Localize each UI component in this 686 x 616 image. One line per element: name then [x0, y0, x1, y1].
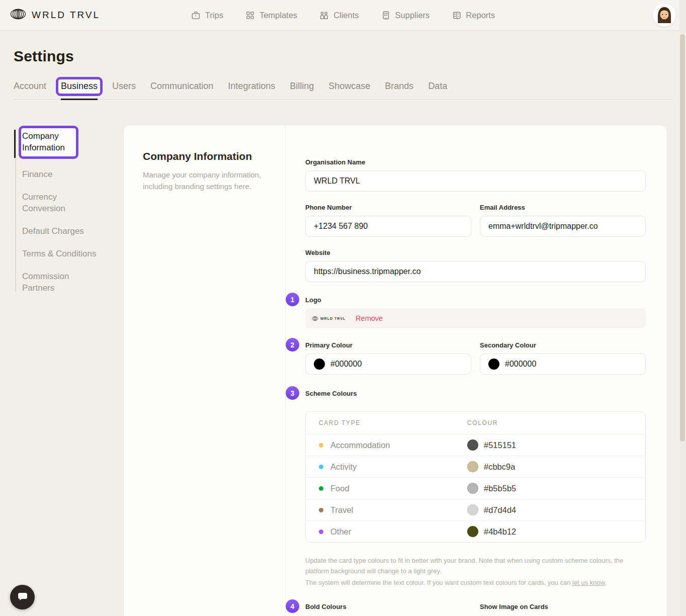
- email-address-input[interactable]: emma+wrldtrvl@tripmapper.co: [480, 216, 646, 237]
- field-logo: 1 Logo WRLD TRVL Remove: [305, 296, 646, 328]
- tab-integrations[interactable]: Integrations: [228, 78, 275, 99]
- card-type-cell: Other: [319, 527, 467, 537]
- colour-hex-value: #d7d4d4: [484, 505, 516, 515]
- annotation-badge-4: 4: [286, 599, 299, 613]
- colour-swatch[interactable]: [467, 483, 478, 494]
- primary-colour-value: #000000: [330, 360, 362, 369]
- sidebar-item-terms-conditions[interactable]: Terms & Conditions: [22, 248, 108, 260]
- tab-data[interactable]: Data: [428, 78, 447, 99]
- nav-label: Clients: [333, 11, 359, 20]
- company-information-card: Company Information Manage your company …: [123, 125, 667, 616]
- phone-number-label: Phone Number: [305, 204, 471, 211]
- website-label: Website: [305, 249, 646, 256]
- logo-preview-image: WRLD TRVL: [312, 316, 346, 321]
- tab-brands[interactable]: Brands: [385, 78, 413, 99]
- phone-number-input[interactable]: +1234 567 890: [305, 216, 471, 237]
- scheme-colours-label: Scheme Colours: [305, 390, 646, 397]
- organisation-name-input[interactable]: WRLD TRVL: [305, 170, 646, 192]
- field-secondary-colour: Secondary Colour #000000: [480, 341, 646, 375]
- tab-users[interactable]: Users: [112, 78, 136, 99]
- food-dot-icon: [319, 486, 323, 491]
- card-type-cell: Food: [319, 484, 467, 493]
- sidebar-item-commission-partners[interactable]: Commission Partners: [22, 271, 82, 294]
- colour-column-header: COLOUR: [467, 419, 632, 426]
- annotation-badge-2: 2: [286, 338, 299, 351]
- secondary-colour-swatch[interactable]: [488, 359, 499, 370]
- brand-colours-row: 2 Primary Colour #000000 Secondary Colou…: [305, 341, 646, 375]
- brand-logo[interactable]: WRLD TRVL: [10, 9, 100, 22]
- scrollbar-thumb[interactable]: [680, 34, 685, 442]
- colour-swatch[interactable]: [467, 526, 478, 537]
- table-row-other: Other #4b4b12: [306, 521, 645, 542]
- field-primary-colour: 2 Primary Colour #000000: [305, 341, 471, 375]
- section-info-column: Company Information Manage your company …: [124, 125, 286, 616]
- tab-account[interactable]: Account: [14, 78, 46, 99]
- nav-item-suppliers[interactable]: Suppliers: [381, 11, 430, 20]
- chat-bubble-icon: [17, 591, 29, 604]
- colour-cell[interactable]: #d7d4d4: [467, 504, 632, 515]
- section-title: Company Information: [143, 150, 266, 162]
- secondary-colour-value: #000000: [505, 360, 536, 369]
- nav-item-clients[interactable]: Clients: [319, 11, 359, 20]
- primary-colour-input[interactable]: #000000: [305, 354, 471, 375]
- nav-item-trips[interactable]: Trips: [191, 11, 223, 20]
- card-type-label: Other: [330, 527, 351, 537]
- show-image-label: Show Image on Cards: [480, 603, 646, 610]
- building-icon: [381, 11, 391, 20]
- email-address-label: Email Address: [480, 204, 646, 211]
- sidebar-item-company-information[interactable]: Company Information: [22, 131, 88, 154]
- grid-icon: [245, 11, 255, 20]
- card-type-cell: Accommodation: [319, 441, 467, 450]
- phone-email-row: Phone Number +1234 567 890 Email Address…: [305, 204, 646, 237]
- remove-logo-button[interactable]: Remove: [356, 314, 383, 322]
- card-type-label: Accommodation: [330, 441, 390, 450]
- colour-swatch[interactable]: [467, 439, 478, 451]
- let-us-know-link[interactable]: let us know: [572, 579, 605, 586]
- chat-support-button[interactable]: [10, 585, 35, 609]
- sidebar-item-finance[interactable]: Finance: [22, 169, 108, 181]
- company-information-form: Organisation Name WRLD TRVL Phone Number…: [286, 125, 667, 616]
- colour-cell[interactable]: #515151: [467, 439, 632, 451]
- nav-item-reports[interactable]: Reports: [452, 11, 495, 20]
- logo-preview-text: WRLD TRVL: [320, 317, 346, 320]
- scheme-colours-table: CARD TYPE COLOUR Accommodation #515151: [305, 411, 646, 543]
- organisation-name-label: Organisation Name: [305, 158, 646, 166]
- colour-swatch[interactable]: [467, 461, 478, 472]
- user-avatar[interactable]: [653, 4, 676, 27]
- card-options-row: 4 Bold Colours Use bold colours on cards…: [305, 603, 646, 616]
- colour-cell[interactable]: #4b4b12: [467, 526, 632, 537]
- card-type-cell: Activity: [319, 462, 467, 472]
- colour-cell[interactable]: #cbbc9a: [467, 461, 632, 472]
- help-text-line-2: The system will determine the text colou…: [305, 578, 631, 588]
- table-row-food: Food #b5b5b5: [306, 478, 645, 499]
- tab-showcase[interactable]: Showcase: [328, 78, 370, 99]
- secondary-colour-input[interactable]: #000000: [480, 354, 646, 375]
- colour-swatch[interactable]: [467, 504, 478, 515]
- tab-communication[interactable]: Communication: [150, 78, 213, 99]
- scheme-colours-section: 3 Scheme Colours CARD TYPE COLOUR Accomm…: [305, 390, 646, 588]
- colour-cell[interactable]: #b5b5b5: [467, 483, 632, 494]
- settings-tabs: Account Business Users Communication Int…: [14, 78, 672, 100]
- settings-content: Company Information Finance Currency Con…: [0, 100, 686, 616]
- sidebar-item-currency-conversion[interactable]: Currency Conversion: [22, 192, 82, 215]
- main-nav: Trips Templates: [191, 11, 495, 20]
- business-settings-sidebar: Company Information Finance Currency Con…: [22, 125, 108, 305]
- colour-hex-value: #cbbc9a: [484, 462, 515, 472]
- field-website: Website https://business.tripmapper.co: [305, 249, 646, 282]
- colour-hex-value: #515151: [484, 441, 516, 450]
- tab-billing[interactable]: Billing: [290, 78, 314, 99]
- bold-colours-label: Bold Colours: [305, 603, 471, 610]
- tab-business[interactable]: Business: [61, 78, 98, 99]
- website-input[interactable]: https://business.tripmapper.co: [305, 261, 646, 282]
- accommodation-dot-icon: [319, 443, 323, 448]
- primary-colour-swatch[interactable]: [314, 359, 325, 370]
- nav-label: Trips: [205, 11, 223, 20]
- nav-item-templates[interactable]: Templates: [245, 11, 297, 20]
- annotation-badge-3: 3: [286, 386, 299, 400]
- sidebar-item-default-charges[interactable]: Default Charges: [22, 226, 108, 237]
- organisation-name-value: WRLD TRVL: [314, 177, 360, 186]
- table-row-activity: Activity #cbbc9a: [306, 456, 645, 478]
- field-email-address: Email Address emma+wrldtrvl@tripmapper.c…: [480, 204, 646, 237]
- card-type-label: Food: [330, 484, 350, 493]
- scheme-table-header: CARD TYPE COLOUR: [306, 412, 645, 434]
